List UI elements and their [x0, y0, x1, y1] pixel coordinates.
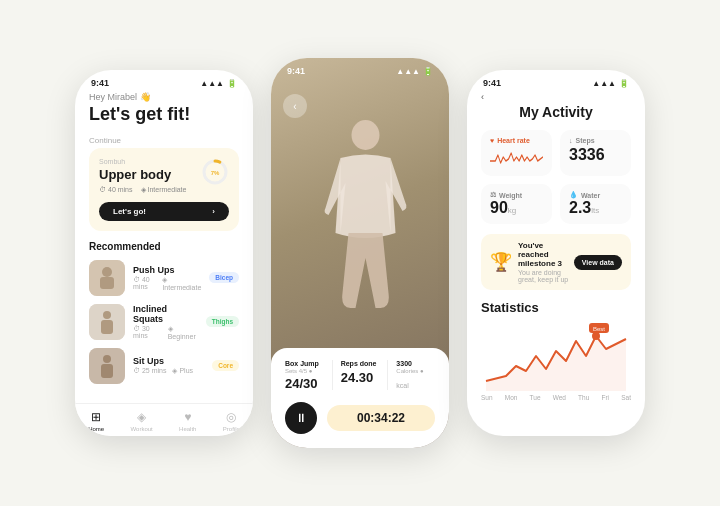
time-1: 9:41: [91, 78, 109, 88]
exercise-tag-2: Thighs: [206, 316, 239, 327]
workout-card: 7% Sombuh Upper body ⏱ 40 mins ◈ Interme…: [89, 148, 239, 231]
svg-point-12: [352, 120, 380, 150]
exercise-tag-3: Core: [212, 360, 239, 371]
svg-text:Best: Best: [593, 326, 605, 332]
back-icon-3: ‹: [481, 92, 484, 102]
water-icon: 💧: [569, 191, 578, 199]
battery-icon-1: 🔋: [227, 79, 237, 88]
continue-label: Continue: [89, 136, 239, 145]
timer-display: 00:34:22: [327, 405, 435, 431]
pause-icon: ⏸: [295, 411, 307, 425]
phone-2: 9:41 ▲▲▲ 🔋 ‹ Box Jump Sets 4/5 ●: [271, 58, 449, 448]
exercise-info-3: Sit Ups ⏱ 25 mins ◈ Plus: [133, 356, 204, 375]
weight-card: ⚖ ≡ Weight Weight 90kg: [481, 184, 552, 224]
signal-icon-2: ▲▲▲: [396, 67, 420, 76]
activity-title: My Activity: [481, 104, 631, 120]
phone-2-content: 9:41 ▲▲▲ 🔋 ‹ Box Jump Sets 4/5 ●: [271, 58, 449, 448]
exercise-info-2: Inclined Squats ⏱ 30 mins ◈ Beginner: [133, 304, 198, 340]
day-thu: Thu: [578, 394, 589, 401]
stat-title-1: Box Jump: [285, 360, 324, 367]
weight-label: ⚖ ≡ Weight Weight: [490, 191, 543, 199]
time-3: 9:41: [483, 78, 501, 88]
heart-rate-chart: [490, 147, 543, 169]
exercise-name-2: Inclined Squats: [133, 304, 198, 324]
exercise-meta-3: ⏱ 25 mins ◈ Plus: [133, 367, 204, 375]
stat-title-2: Reps done: [341, 360, 380, 367]
water-label: 💧 Water: [569, 191, 622, 199]
water-card: 💧 Water 2.3lts: [560, 184, 631, 224]
stat-val-2: 24.30: [341, 370, 374, 385]
view-data-button[interactable]: View data: [574, 255, 622, 270]
steps-icon: ↓: [569, 137, 573, 144]
list-item: Inclined Squats ⏱ 30 mins ◈ Beginner Thi…: [89, 304, 239, 340]
pause-button[interactable]: ⏸: [285, 402, 317, 434]
heart-rate-label: ♥ Heart rate: [490, 137, 543, 144]
statistics-title: Statistics: [481, 300, 631, 315]
steps-card: ↓ ↓ Steps Steps 3336: [560, 130, 631, 176]
exercise-meta-2: ⏱ 30 mins ◈ Beginner: [133, 325, 198, 340]
status-bar-2: 9:41 ▲▲▲ 🔋: [271, 58, 449, 80]
exercise-name-1: Push Ups: [133, 265, 201, 275]
day-sun: Sun: [481, 394, 493, 401]
list-item: Sit Ups ⏱ 25 mins ◈ Plus Core: [89, 348, 239, 384]
stat-unit-3: kcal: [396, 382, 408, 389]
svg-text:7%: 7%: [211, 170, 220, 176]
overlay-stats: Box Jump Sets 4/5 ● 24/30 Reps done 24.3…: [285, 360, 435, 392]
nav-profile[interactable]: ◎ Profile: [223, 410, 240, 432]
back-button-3[interactable]: ‹: [481, 92, 631, 102]
nav-home[interactable]: ⊞ Home: [88, 410, 104, 432]
chart-days: Sun Mon Tue Wed Thu Fri Sat: [481, 394, 631, 401]
person-figure: [311, 113, 421, 323]
battery-icon-2: 🔋: [423, 67, 433, 76]
statistics-chart: Best: [481, 321, 631, 391]
divider-2: [387, 360, 388, 390]
stat-title-3: 3300: [396, 360, 435, 367]
status-bar-2-wrapper: 9:41 ▲▲▲ 🔋: [271, 58, 449, 80]
nav-workout[interactable]: ◈ Workout: [131, 410, 153, 432]
svg-point-7: [103, 311, 111, 319]
nav-profile-label: Profile: [223, 426, 240, 432]
exercise-thumb-1: [89, 260, 125, 296]
status-icons-2: ▲▲▲ 🔋: [396, 67, 433, 76]
water-value: 2.3: [569, 199, 591, 216]
lets-go-button[interactable]: Let's go! ›: [99, 202, 229, 221]
day-wed: Wed: [553, 394, 566, 401]
svg-marker-13: [486, 336, 626, 391]
exercise-meta-1: ⏱ 40 mins ◈ Intermediate: [133, 276, 201, 291]
workout-icon: ◈: [137, 410, 146, 424]
weight-icon: ⚖: [490, 191, 496, 199]
phone-3: 9:41 ▲▲▲ 🔋 ‹ My Activity ♥ Heart rate: [467, 70, 645, 436]
battery-icon-3: 🔋: [619, 79, 629, 88]
bottom-nav: ⊞ Home ◈ Workout ♥ Health ◎ Profile: [75, 403, 253, 436]
svg-point-10: [103, 355, 111, 363]
svg-point-14: [592, 332, 600, 340]
nav-home-label: Home: [88, 426, 104, 432]
stat-box-jump: Box Jump Sets 4/5 ● 24/30: [285, 360, 324, 392]
divider-1: [332, 360, 333, 390]
nav-workout-label: Workout: [131, 426, 153, 432]
greeting: Hey Mirabel 👋: [89, 92, 239, 102]
svg-rect-11: [101, 364, 113, 378]
stat-val-1: 24/30: [285, 376, 318, 391]
day-fri: Fri: [601, 394, 609, 401]
home-icon: ⊞: [91, 410, 101, 424]
workout-overlay: Box Jump Sets 4/5 ● 24/30 Reps done 24.3…: [271, 348, 449, 448]
exercise-thumb-2: [89, 304, 125, 340]
nav-health-label: Health: [179, 426, 196, 432]
nav-health[interactable]: ♥ Health: [179, 410, 196, 432]
steps-value: 3336: [569, 146, 622, 164]
weight-unit: kg: [508, 206, 516, 215]
phones-container: 9:41 ▲▲▲ 🔋 Hey Mirabel 👋 Let's get fit! …: [55, 38, 665, 468]
clock-icon: ⏱: [99, 186, 106, 193]
heart-icon: ♥: [490, 137, 494, 144]
workout-level: ◈ Intermediate: [141, 186, 187, 194]
milestone-text: You've reached milestone 3: [518, 241, 574, 268]
svg-rect-8: [101, 320, 113, 334]
main-title: Let's get fit!: [89, 104, 239, 126]
back-button-2[interactable]: ‹: [283, 94, 307, 118]
milestone-card: 🏆 You've reached milestone 3 You are doi…: [481, 234, 631, 290]
water-unit: lts: [591, 206, 599, 215]
level-icon: ◈: [141, 186, 146, 194]
status-bar-1: 9:41 ▲▲▲ 🔋: [75, 70, 253, 92]
signal-icon-3: ▲▲▲: [592, 79, 616, 88]
